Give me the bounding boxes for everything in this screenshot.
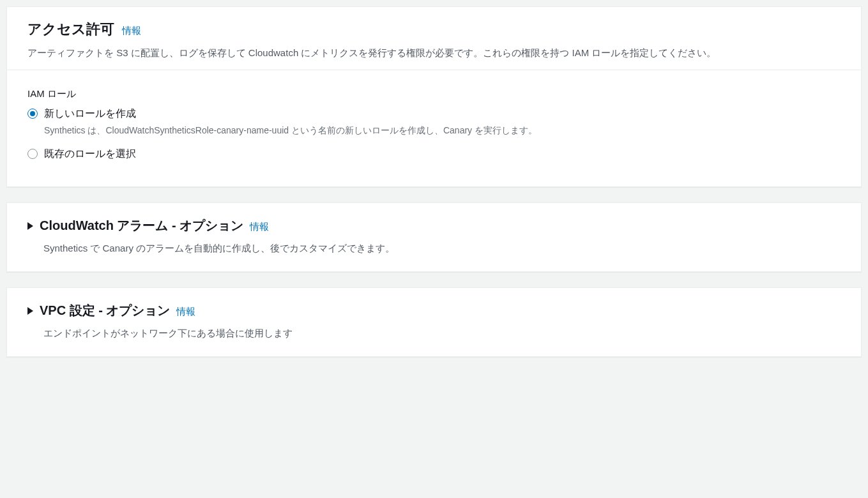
radio-create-new-role[interactable]: 新しいロールを作成 Synthetics は、CloudWatchSynthet… bbox=[27, 107, 841, 138]
radio-icon bbox=[27, 149, 38, 159]
radio-description: Synthetics は、CloudWatchSyntheticsRole-ca… bbox=[44, 123, 542, 137]
cloudwatch-alarms-title: CloudWatch アラーム - オプション bbox=[40, 217, 243, 234]
chevron-right-icon bbox=[27, 222, 33, 230]
permissions-panel: アクセス許可 情報 アーティファクトを S3 に配置し、ログを保存して Clou… bbox=[6, 6, 862, 187]
cloudwatch-alarms-panel: CloudWatch アラーム - オプション 情報 Synthetics で … bbox=[6, 202, 862, 272]
vpc-settings-title: VPC 設定 - オプション bbox=[40, 302, 170, 319]
permissions-info-link[interactable]: 情報 bbox=[122, 25, 141, 37]
permissions-body: IAM ロール 新しいロールを作成 Synthetics は、CloudWatc… bbox=[7, 70, 861, 186]
permissions-title-row: アクセス許可 情報 bbox=[27, 20, 841, 39]
radio-label: 既存のロールを選択 bbox=[44, 147, 841, 161]
vpc-settings-description: エンドポイントがネットワーク下にある場合に使用します bbox=[43, 326, 841, 341]
radio-icon bbox=[27, 109, 38, 119]
radio-select-existing-role[interactable]: 既存のロールを選択 bbox=[27, 147, 841, 161]
vpc-settings-header[interactable]: VPC 設定 - オプション 情報 bbox=[27, 302, 841, 319]
radio-content: 既存のロールを選択 bbox=[44, 147, 841, 161]
permissions-title: アクセス許可 bbox=[27, 20, 114, 39]
cloudwatch-alarms-description: Synthetics で Canary のアラームを自動的に作成し、後でカスタマ… bbox=[43, 241, 841, 256]
cloudwatch-alarms-info-link[interactable]: 情報 bbox=[250, 221, 269, 233]
chevron-right-icon bbox=[27, 307, 33, 315]
iam-role-label: IAM ロール bbox=[27, 88, 841, 100]
radio-content: 新しいロールを作成 Synthetics は、CloudWatchSynthet… bbox=[44, 107, 841, 138]
cloudwatch-alarms-header[interactable]: CloudWatch アラーム - オプション 情報 bbox=[27, 217, 841, 234]
vpc-settings-info-link[interactable]: 情報 bbox=[176, 306, 195, 318]
permissions-description: アーティファクトを S3 に配置し、ログを保存して Cloudwatch にメト… bbox=[27, 45, 841, 61]
radio-label: 新しいロールを作成 bbox=[44, 107, 841, 121]
vpc-settings-panel: VPC 設定 - オプション 情報 エンドポイントがネットワーク下にある場合に使… bbox=[6, 287, 862, 357]
permissions-header: アクセス許可 情報 アーティファクトを S3 に配置し、ログを保存して Clou… bbox=[7, 7, 861, 70]
